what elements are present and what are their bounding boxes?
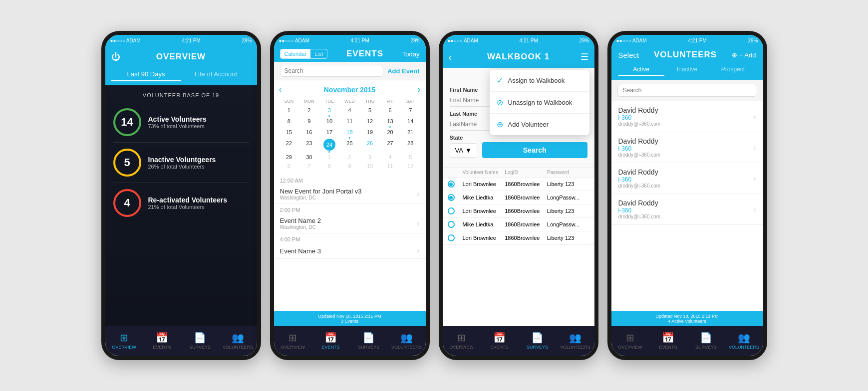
nav-events-2[interactable]: 📅 EVENTS: [312, 332, 350, 350]
cal-cell[interactable]: 10: [360, 162, 380, 171]
cal-cell[interactable]: 5: [360, 106, 380, 117]
cal-cell[interactable]: 19: [360, 128, 380, 139]
cal-cell[interactable]: 3: [360, 153, 380, 162]
tab-active[interactable]: Active: [618, 64, 664, 76]
calendar-toggle-btn[interactable]: Calendar: [281, 49, 311, 58]
assign-walkbook-item[interactable]: ✓ Assign to Walkbook: [490, 70, 589, 92]
cal-cell[interactable]: 7: [400, 106, 421, 117]
event-item-1[interactable]: Event Name 2 Washington, DC ›: [274, 214, 426, 233]
nav-volunteers-1[interactable]: 👥 VOLUNTEERS: [219, 332, 257, 350]
cal-cell[interactable]: 4: [380, 153, 400, 162]
vol-item-1[interactable]: David Roddy i-360 droddy@i-360.com ›: [611, 132, 763, 163]
tab-prospect[interactable]: Prospect: [710, 64, 756, 76]
cal-cell[interactable]: 29: [279, 153, 299, 162]
table-row[interactable]: Mike Liedtka 1860Brownlee LongPassw...: [443, 218, 594, 231]
cal-cell[interactable]: 1: [319, 153, 340, 162]
cal-cell[interactable]: 8: [319, 162, 340, 171]
cal-cell[interactable]: 23: [299, 139, 319, 153]
tab-last90[interactable]: Last 90 Days: [111, 68, 181, 81]
cal-cell[interactable]: 6: [279, 162, 299, 171]
nav-surveys-3[interactable]: 📄 SURVEYS: [519, 332, 557, 350]
cal-cell[interactable]: 20: [380, 128, 400, 139]
vol-item-0[interactable]: David Roddy i-360 droddy@i-360.com ›: [611, 101, 763, 132]
cal-cell[interactable]: 1: [279, 106, 299, 117]
unassign-walkbook-item[interactable]: ⊘ Unassign to Walkbook: [490, 92, 589, 114]
nav-volunteers-4[interactable]: 👥 VOLUNTEERS: [725, 332, 763, 350]
nav-events-1[interactable]: 📅 EVENTS: [143, 332, 181, 350]
cal-cell[interactable]: 16: [299, 128, 319, 139]
cal-cell[interactable]: 9: [299, 117, 319, 128]
cal-cell[interactable]: 18: [339, 128, 360, 139]
status-bar-2: ●●○○○ ADAM 4:21 PM 29%: [274, 35, 426, 46]
list-toggle-btn[interactable]: List: [310, 49, 327, 58]
cal-cell[interactable]: 28: [400, 139, 421, 153]
prev-month-button[interactable]: ‹: [279, 84, 282, 95]
nav-surveys-4[interactable]: 📄 SURVEYS: [687, 332, 725, 350]
cal-cell[interactable]: 8: [279, 117, 299, 128]
add-volunteer-item[interactable]: ⊕ Add Volunteer: [490, 114, 589, 135]
nav-surveys-1[interactable]: 📄 SURVEYS: [181, 332, 219, 350]
cal-cell[interactable]: 4: [339, 106, 360, 117]
next-month-button[interactable]: ›: [417, 84, 420, 95]
state-select[interactable]: VA ▼: [450, 143, 477, 158]
cal-cell[interactable]: 11: [339, 117, 360, 128]
cal-cell[interactable]: 14: [400, 117, 421, 128]
nav-events-4[interactable]: 📅 EVENTS: [649, 332, 687, 350]
table-row[interactable]: Lori Brownlee 1860Brownlee Liberty 123: [443, 178, 594, 191]
radio-3[interactable]: [448, 221, 455, 228]
cal-cell[interactable]: 21: [400, 128, 421, 139]
cal-cell[interactable]: 3: [319, 106, 340, 117]
cal-cell[interactable]: 9: [339, 162, 360, 171]
today-button[interactable]: Today: [402, 50, 420, 58]
event-item-2[interactable]: Event Name 3 ›: [274, 243, 426, 259]
vol-item-2[interactable]: David Roddy i-360 droddy@i-360.com ›: [611, 163, 763, 194]
add-event-button[interactable]: Add Event: [387, 67, 419, 75]
cal-cell[interactable]: 17: [319, 128, 340, 139]
search-button[interactable]: Search: [482, 142, 587, 158]
cal-cell[interactable]: 22: [279, 139, 299, 153]
nav-surveys-2[interactable]: 📄 SURVEYS: [350, 332, 388, 350]
radio-4[interactable]: [448, 234, 455, 241]
cal-cell[interactable]: 12: [360, 117, 380, 128]
back-icon[interactable]: ‹: [449, 51, 452, 63]
nav-volunteers-2[interactable]: 👥 VOLUNTEERS: [388, 332, 426, 350]
cal-cell[interactable]: 12: [400, 162, 421, 171]
nav-overview-2[interactable]: ⊞ OVERVIEW: [274, 332, 312, 350]
nav-overview-3[interactable]: ⊞ OVERVIEW: [443, 332, 481, 350]
table-row[interactable]: Mike Liedtka 1860Brownlee LongPassw...: [443, 191, 594, 204]
cal-cell[interactable]: 2: [299, 106, 319, 117]
vol-item-3[interactable]: David Roddy i-360 droddy@i-360.com ›: [611, 194, 763, 225]
cal-cell[interactable]: 10: [319, 117, 340, 128]
table-row[interactable]: Lori Brownlee 1860Brownlee Liberty 123: [443, 231, 594, 245]
cal-cell[interactable]: 15: [279, 128, 299, 139]
tab-inactive[interactable]: Inactive: [664, 64, 710, 76]
cal-cell[interactable]: 26: [360, 139, 380, 153]
radio-1[interactable]: [448, 194, 455, 201]
power-icon[interactable]: ⏻: [111, 52, 120, 62]
cal-cell[interactable]: 24: [319, 139, 340, 153]
cal-cell[interactable]: 6: [380, 106, 400, 117]
events-search-input[interactable]: [280, 65, 384, 77]
volunteers-search-input[interactable]: [617, 84, 757, 97]
cal-cell[interactable]: 30: [299, 153, 319, 162]
table-row[interactable]: Lori Brownlee 1860Brownlee Liberty 123: [443, 204, 594, 218]
radio-2[interactable]: [448, 207, 455, 214]
menu-icon[interactable]: ☰: [580, 51, 588, 62]
calendar-grid: ‹ November 2015 › SUN MON TUE WED THU FR…: [274, 80, 426, 175]
add-button[interactable]: ⊕ + Add: [732, 51, 756, 59]
cal-cell[interactable]: 25: [339, 139, 360, 153]
radio-0[interactable]: [448, 181, 455, 188]
nav-overview-4[interactable]: ⊞ OVERVIEW: [611, 332, 649, 350]
cal-cell[interactable]: 27: [380, 139, 400, 153]
event-item-0[interactable]: New Event for Joni Portal v3 Washington,…: [274, 185, 426, 204]
select-label[interactable]: Select: [618, 51, 639, 59]
tab-lifeofaccount[interactable]: Life of Account: [181, 68, 251, 81]
cal-cell[interactable]: 5: [400, 153, 421, 162]
nav-events-3[interactable]: 📅 EVENTS: [481, 332, 519, 350]
cal-cell[interactable]: 11: [380, 162, 400, 171]
nav-overview-1[interactable]: ⊞ OVERVIEW: [105, 332, 143, 350]
cal-cell[interactable]: 13: [380, 117, 400, 128]
nav-volunteers-3[interactable]: 👥 VOLUNTEERS: [557, 332, 594, 350]
cal-cell[interactable]: 2: [339, 153, 360, 162]
cal-cell[interactable]: 7: [299, 162, 319, 171]
